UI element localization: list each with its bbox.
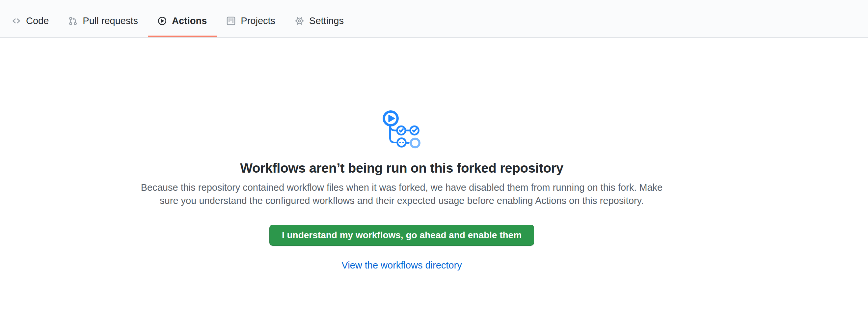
tab-label: Code [26, 15, 49, 26]
tab-label: Actions [172, 15, 207, 26]
tab-pull-requests[interactable]: Pull requests [59, 0, 148, 37]
blankslate-description: Because this repository contained workfl… [135, 181, 669, 207]
actions-workflow-graph-icon [380, 108, 424, 152]
git-pull-request-icon [68, 17, 78, 25]
repo-nav: Code Pull requests Actions [0, 0, 868, 38]
page-title: Workflows aren’t being run on this forke… [240, 161, 563, 176]
enable-workflows-button[interactable]: I understand my workflows, go ahead and … [269, 225, 534, 246]
tab-label: Settings [309, 15, 344, 26]
tab-projects[interactable]: Projects [217, 0, 285, 37]
tab-label: Projects [241, 15, 275, 26]
view-workflows-directory-link[interactable]: View the workflows directory [341, 260, 462, 271]
tab-actions[interactable]: Actions [148, 0, 217, 37]
play-icon [158, 17, 166, 25]
tab-label: Pull requests [83, 15, 138, 26]
tab-settings[interactable]: Settings [285, 0, 354, 37]
project-icon [226, 17, 236, 25]
code-icon [12, 17, 21, 25]
tab-code[interactable]: Code [2, 0, 59, 37]
gear-icon [295, 17, 304, 25]
actions-blankslate: Workflows aren’t being run on this forke… [135, 38, 669, 271]
